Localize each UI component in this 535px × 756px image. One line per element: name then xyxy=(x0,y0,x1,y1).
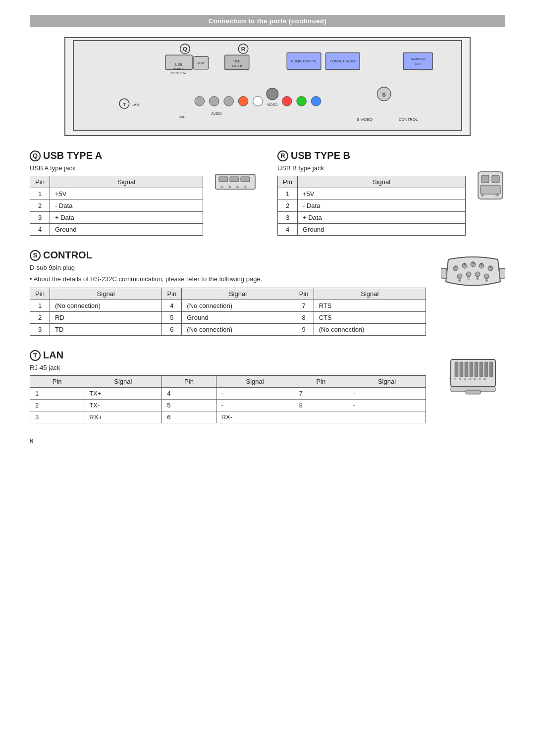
control-badge: S xyxy=(30,250,41,261)
svg-rect-79 xyxy=(465,362,468,377)
usb-b-col-signal: Signal xyxy=(298,176,466,188)
svg-point-61 xyxy=(457,274,462,279)
svg-rect-78 xyxy=(460,362,463,377)
svg-rect-42 xyxy=(230,177,239,182)
svg-point-23 xyxy=(267,88,278,100)
usb-b-desc: USB B type jack xyxy=(277,164,466,172)
svg-text:USB: USB xyxy=(175,63,183,66)
svg-rect-75 xyxy=(499,268,505,278)
usb-a-col-pin: Pin xyxy=(30,176,50,188)
svg-point-35 xyxy=(238,97,248,106)
svg-text:HDMI: HDMI xyxy=(197,61,206,65)
usb-a-desc: USB A type jack xyxy=(30,164,203,172)
usb-type-b-section: R USB TYPE B USB B type jack Pin Signal … xyxy=(277,150,505,236)
svg-rect-43 xyxy=(241,177,250,182)
svg-point-62 xyxy=(466,272,471,277)
svg-text:⑥: ⑥ xyxy=(458,279,461,282)
svg-text:②: ② xyxy=(463,262,466,266)
table-row: 3 TD 6 (No connection) 9 (No connection) xyxy=(30,324,426,336)
svg-point-36 xyxy=(253,97,263,106)
usb-a-col-signal: Signal xyxy=(50,176,203,188)
svg-text:⑨: ⑨ xyxy=(485,279,488,282)
table-row: 4 Ground xyxy=(30,224,203,236)
table-row: 2 - Data xyxy=(30,200,203,212)
usb-type-a-section: Q USB TYPE A USB A type jack Pin Signal … xyxy=(30,150,258,236)
diagram-area: Q R USB TYPE A DC5V 0.5A HDMI USB TYPE B… xyxy=(30,37,505,136)
svg-rect-41 xyxy=(219,177,228,182)
table-row: 3 RX+ 6 RX- xyxy=(30,411,426,423)
svg-text:COMPUTER IN2: COMPUTER IN2 xyxy=(330,59,356,63)
svg-text:TYPE B: TYPE B xyxy=(232,64,242,67)
svg-point-63 xyxy=(475,272,480,277)
usb-a-badge: Q xyxy=(30,151,41,161)
usb-type-b-title: R USB TYPE B xyxy=(277,150,505,161)
lan-connector-image: ② ③ ④ ⑤ ⑥ ⑦ ⑧ ① xyxy=(441,350,505,399)
lan-section: T LAN RJ-45 jack Pin Signal Pin Signal P… xyxy=(30,350,505,423)
svg-text:⑦: ⑦ xyxy=(467,277,470,280)
usb-a-connector-image: ④ ③ ② ① xyxy=(213,164,258,194)
table-row: 4 Ground xyxy=(278,224,466,236)
svg-rect-50 xyxy=(492,175,499,183)
svg-point-37 xyxy=(282,97,292,106)
svg-text:⑤: ⑤ xyxy=(469,378,471,381)
svg-text:USB: USB xyxy=(233,59,241,63)
svg-text:⑥: ⑥ xyxy=(474,378,476,381)
usb-a-table: Pin Signal 1 +5V 2 - Data xyxy=(30,176,203,236)
usb-b-table: Pin Signal 1 +5V 2 - Data xyxy=(277,176,466,236)
svg-text:MIC: MIC xyxy=(179,115,186,119)
svg-text:⑦: ⑦ xyxy=(479,378,481,381)
svg-text:①: ① xyxy=(449,378,451,381)
svg-rect-74 xyxy=(441,268,447,278)
usb-type-a-title: Q USB TYPE A xyxy=(30,150,258,161)
svg-text:AUDIO: AUDIO xyxy=(211,112,222,115)
svg-rect-77 xyxy=(455,362,458,377)
svg-text:R: R xyxy=(241,46,246,52)
control-connector-image: ① ② ③ ④ ⑤ ⑥ ⑦ ⑧ ⑨ xyxy=(441,250,505,294)
lan-badge: T xyxy=(30,350,41,361)
svg-point-64 xyxy=(484,274,489,279)
svg-text:③: ③ xyxy=(228,185,231,189)
svg-text:S: S xyxy=(382,92,386,98)
svg-rect-84 xyxy=(489,362,493,377)
svg-text:CONTROL: CONTROL xyxy=(399,117,418,122)
table-row: 1 (No connection) 4 (No connection) 7 RT… xyxy=(30,300,426,312)
svg-rect-82 xyxy=(480,362,483,377)
control-section: S CONTROL D-sub 9pin plug • About the de… xyxy=(30,250,505,336)
svg-text:①: ① xyxy=(454,265,457,268)
table-row: 3 + Data xyxy=(278,212,466,224)
control-desc2: • About the details of RS-232C communica… xyxy=(30,275,426,283)
table-row: 3 + Data xyxy=(30,212,203,224)
svg-text:③: ③ xyxy=(459,378,461,381)
svg-text:④: ④ xyxy=(220,185,223,189)
svg-text:①: ① xyxy=(244,185,247,189)
svg-text:⑤: ⑤ xyxy=(489,265,492,268)
svg-point-39 xyxy=(311,97,321,106)
svg-text:⑧: ⑧ xyxy=(476,277,479,280)
svg-text:①: ① xyxy=(481,193,484,198)
svg-text:VIDEO: VIDEO xyxy=(267,103,277,106)
lan-title: T LAN xyxy=(30,350,426,361)
svg-rect-83 xyxy=(484,362,488,377)
svg-rect-80 xyxy=(470,362,473,377)
projector-diagram: Q R USB TYPE A DC5V 0.5A HDMI USB TYPE B… xyxy=(64,37,471,136)
svg-text:MONITOR: MONITOR xyxy=(411,57,425,60)
svg-rect-18 xyxy=(403,52,432,69)
svg-text:T: T xyxy=(123,101,126,107)
svg-text:④: ④ xyxy=(464,378,466,381)
svg-text:②: ② xyxy=(454,378,456,381)
table-row: 2 RD 5 Ground 8 CTS xyxy=(30,312,426,324)
table-row: 2 - Data xyxy=(278,200,466,212)
svg-rect-49 xyxy=(482,175,489,183)
svg-text:④: ④ xyxy=(480,262,483,266)
control-table: Pin Signal Pin Signal Pin Signal 1 (No c… xyxy=(30,288,426,336)
page-number: 6 xyxy=(30,437,505,445)
svg-text:S-VIDEO: S-VIDEO xyxy=(357,117,373,122)
svg-text:OUT: OUT xyxy=(415,62,422,65)
svg-point-38 xyxy=(297,97,307,106)
svg-text:DC5V 0.5A: DC5V 0.5A xyxy=(171,72,186,75)
usb-section: Q USB TYPE A USB A type jack Pin Signal … xyxy=(30,150,505,236)
svg-text:③: ③ xyxy=(472,261,475,264)
svg-rect-81 xyxy=(475,362,478,377)
usb-b-connector-image: ④ ③ ① ② xyxy=(476,164,505,202)
svg-point-34 xyxy=(224,97,234,106)
